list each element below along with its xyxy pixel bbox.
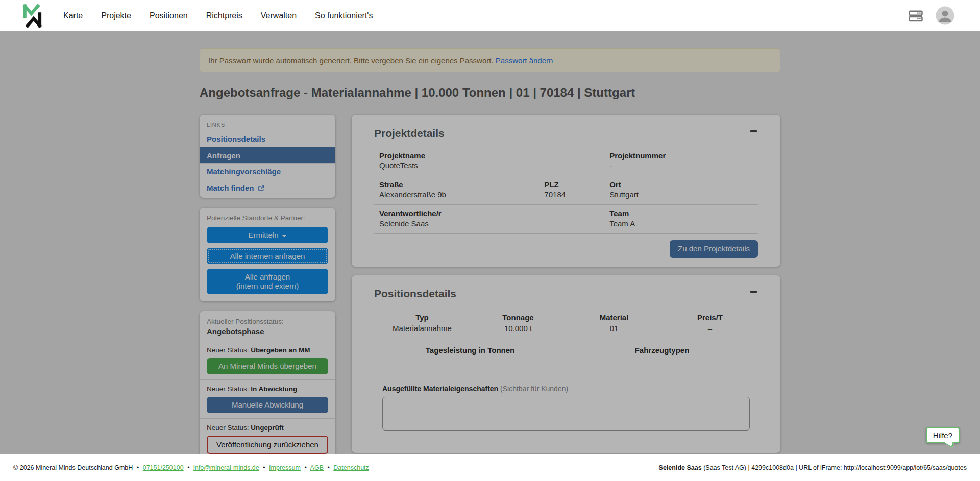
nav-item-richtpreis[interactable]: Richtpreis [206,11,242,20]
dim-overlay-backdrop [0,31,980,454]
datenschutz-link[interactable]: Datenschutz [333,464,369,471]
user-avatar-icon[interactable] [936,6,954,25]
footer: © 2026 Mineral Minds Deutschland GmbH • … [0,454,980,481]
session-user: Selenide Saas [659,464,702,471]
separator: • [137,464,139,471]
server-icon[interactable] [908,8,923,23]
nav-item-verwalten[interactable]: Verwalten [261,11,297,20]
nav-item-projekte[interactable]: Projekte [101,11,131,20]
separator: • [327,464,329,471]
footer-session-info: Selenide Saas (Saas Test AG) | 4299c1008… [659,464,967,471]
top-navbar: Karte Projekte Positionen Richtpreis Ver… [0,0,980,31]
help-tooltip[interactable]: Hilfe? [926,427,960,443]
email-link[interactable]: info@mineral-minds.de [193,464,259,471]
nav-item-positionen[interactable]: Positionen [150,11,188,20]
mineral-minds-logo-icon[interactable] [22,4,45,28]
nav-item-karte[interactable]: Karte [63,11,83,20]
separator: • [187,464,189,471]
main-navigation: Karte Projekte Positionen Richtpreis Ver… [63,11,373,20]
impressum-link[interactable]: Impressum [269,464,301,471]
agb-link[interactable]: AGB [310,464,324,471]
copyright-text: © 2026 Mineral Minds Deutschland GmbH [13,464,133,471]
footer-left: © 2026 Mineral Minds Deutschland GmbH • … [13,464,369,471]
content-iframe-area: Ihr Passwort wurde automatisch generiert… [0,31,980,454]
session-details: (Saas Test AG) | 4299c1008d0a | URL of i… [702,464,967,471]
phone-link[interactable]: 07151/250100 [143,464,184,471]
nav-item-so-funktionierts[interactable]: So funktioniert's [315,11,373,20]
separator: • [263,464,265,471]
separator: • [304,464,306,471]
navbar-right-icons [908,6,954,25]
